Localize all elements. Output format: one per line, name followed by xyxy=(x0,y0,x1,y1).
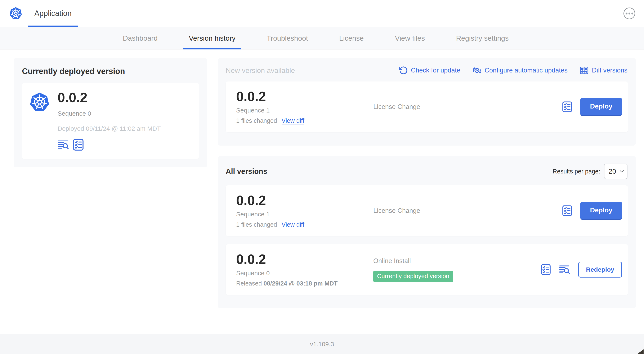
current-deployed-timestamp: Deployed 09/11/24 @ 11:02 am MDT xyxy=(58,125,161,132)
new-version-title: New version available xyxy=(226,66,295,75)
tab-dashboard[interactable]: Dashboard xyxy=(123,27,158,49)
admin-console-page: Application Dashboard Version history Tr… xyxy=(0,0,644,354)
all-versions-panel: All versions Results per page: 20 xyxy=(218,156,636,308)
kubernetes-app-icon xyxy=(30,92,50,113)
preflight-checks-icon[interactable] xyxy=(541,264,550,275)
main-content: Currently deployed version 0.0.2 Sequenc… xyxy=(0,50,644,308)
preflight-checks-icon[interactable] xyxy=(562,101,572,112)
refresh-ccw-icon xyxy=(399,66,408,75)
more-options-button[interactable] xyxy=(624,8,635,19)
preflight-checks-icon[interactable] xyxy=(562,205,572,216)
app-tab-active-underline xyxy=(28,26,78,27)
redeploy-button[interactable]: Redeploy xyxy=(578,262,622,277)
results-per-page-select[interactable]: 20 xyxy=(604,164,628,179)
currently-deployed-title: Currently deployed version xyxy=(22,67,199,76)
tab-license[interactable]: License xyxy=(339,27,364,49)
results-per-page-label: Results per page: xyxy=(553,168,600,175)
ellipsis-icon xyxy=(626,13,628,15)
deploy-logs-icon[interactable] xyxy=(559,265,570,274)
view-diff-link[interactable]: View diff xyxy=(282,221,304,228)
app-tab-label: Application xyxy=(34,9,72,18)
version-sequence: Sequence 1 xyxy=(236,211,370,218)
version-released-timestamp: Released 08/29/24 @ 03:18 pm MDT xyxy=(236,280,370,287)
current-version-number: 0.0.2 xyxy=(58,91,161,105)
current-sequence: Sequence 0 xyxy=(58,110,161,117)
tab-troubleshoot[interactable]: Troubleshoot xyxy=(267,27,308,49)
diff-versions-link[interactable]: Diff versions xyxy=(579,66,628,75)
version-source-label: License Change xyxy=(373,103,420,110)
clock-refresh-icon xyxy=(472,66,482,75)
files-changed-label: 1 files changed xyxy=(236,221,277,228)
diff-table-icon xyxy=(579,66,589,75)
currently-deployed-card: 0.0.2 Sequence 0 Deployed 09/11/24 @ 11:… xyxy=(22,83,199,159)
nav-tabbar: Dashboard Version history Troubleshoot L… xyxy=(0,27,644,50)
version-sequence: Sequence 0 xyxy=(236,270,370,277)
active-tab-underline xyxy=(183,48,242,50)
currently-deployed-badge: Currently deployed version xyxy=(373,271,453,282)
version-number: 0.0.2 xyxy=(236,252,370,267)
version-number: 0.0.2 xyxy=(236,193,370,208)
top-header: Application xyxy=(0,0,644,27)
tab-registry-settings[interactable]: Registry settings xyxy=(456,27,508,49)
files-changed-label: 1 files changed xyxy=(236,117,277,124)
new-version-panel: New version available Check for update xyxy=(218,58,636,146)
preflight-checks-icon[interactable] xyxy=(73,139,84,151)
deploy-logs-icon[interactable] xyxy=(58,140,69,150)
version-row-sequence-0: 0.0.2 Sequence 0 Released 08/29/24 @ 03:… xyxy=(226,244,628,295)
tab-view-files[interactable]: View files xyxy=(395,27,425,49)
all-versions-title: All versions xyxy=(226,167,267,176)
currently-deployed-panel: Currently deployed version 0.0.2 Sequenc… xyxy=(14,58,207,167)
version-source-label: Online Install xyxy=(373,257,411,265)
console-version-label: v1.109.3 xyxy=(310,340,334,348)
check-for-update-link[interactable]: Check for update xyxy=(399,66,460,75)
version-number: 0.0.2 xyxy=(236,90,370,104)
version-row-sequence-1: 0.0.2 Sequence 1 1 files changed View di… xyxy=(226,185,628,236)
kubernetes-logo-icon xyxy=(9,7,22,20)
deploy-button[interactable]: Deploy xyxy=(580,202,622,220)
app-brand: Application xyxy=(9,0,78,27)
tab-version-history[interactable]: Version history xyxy=(189,27,236,49)
app-tab[interactable]: Application xyxy=(28,0,78,27)
deploy-button[interactable]: Deploy xyxy=(580,98,622,116)
view-diff-link[interactable]: View diff xyxy=(282,117,304,124)
version-sequence: Sequence 1 xyxy=(236,107,370,114)
new-version-row: 0.0.2 Sequence 1 1 files changed View di… xyxy=(226,82,628,132)
configure-automatic-updates-link[interactable]: Configure automatic updates xyxy=(472,66,568,75)
page-footer: v1.109.3 xyxy=(0,334,644,354)
version-source-label: License Change xyxy=(373,207,420,214)
chevron-down-icon xyxy=(620,170,624,173)
